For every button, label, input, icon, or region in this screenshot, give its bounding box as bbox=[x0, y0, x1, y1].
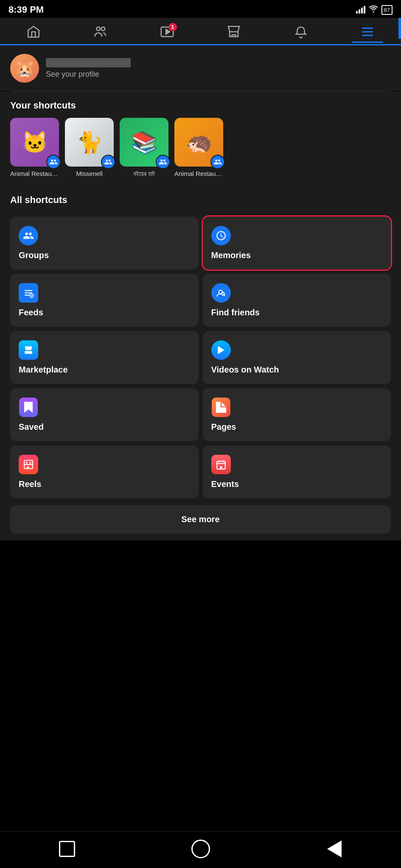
saved-icon bbox=[19, 398, 38, 417]
events-label: Events bbox=[211, 479, 383, 489]
profile-sub-label: See your profile bbox=[46, 70, 391, 79]
shortcut-badge-1 bbox=[46, 155, 61, 169]
shortcut-badge-2 bbox=[101, 155, 115, 169]
svg-point-1 bbox=[101, 27, 105, 31]
shortcuts-section: Your shortcuts 🐱 Animal Restaurant 🐈 bbox=[0, 92, 401, 186]
svg-marker-3 bbox=[166, 29, 170, 34]
shortcut-img-wrap-2: 🐈 bbox=[65, 118, 114, 167]
shortcut-img-wrap-3: 📚 bbox=[120, 118, 168, 167]
menu-item-reels[interactable]: Reels bbox=[10, 445, 199, 498]
saved-label: Saved bbox=[19, 422, 190, 432]
nav-notifications[interactable] bbox=[285, 22, 317, 42]
feeds-label: Feeds bbox=[19, 308, 190, 317]
scroll-indicator bbox=[398, 18, 401, 39]
shortcut-item-animal-restaurant-1[interactable]: 🐱 Animal Restaurant bbox=[10, 118, 59, 178]
shortcut-label-4: Animal Restaurant ... bbox=[174, 170, 223, 177]
groups-label: Groups bbox=[19, 250, 190, 260]
reels-label: Reels bbox=[19, 479, 190, 489]
menu-item-feeds[interactable]: Feeds bbox=[10, 274, 199, 327]
see-more-section: See more bbox=[0, 498, 401, 540]
menu-grid: Groups Memories Feeds bbox=[0, 217, 401, 498]
bottom-nav-home[interactable] bbox=[190, 838, 211, 860]
shortcut-img-wrap-4: 🦔 bbox=[174, 118, 223, 167]
nav-friends[interactable] bbox=[84, 22, 116, 42]
menu-item-groups[interactable]: Groups bbox=[10, 217, 199, 270]
svg-marker-11 bbox=[218, 346, 224, 354]
nav-menu[interactable] bbox=[352, 22, 383, 42]
wifi-icon bbox=[369, 5, 378, 15]
profile-section[interactable]: 🐹 See your profile bbox=[0, 45, 401, 91]
shortcut-badge-4 bbox=[210, 155, 225, 169]
shortcut-label-2: Missenell bbox=[76, 170, 103, 177]
svg-point-0 bbox=[97, 27, 101, 31]
groups-icon bbox=[19, 226, 38, 245]
nav-marketplace[interactable] bbox=[218, 22, 250, 42]
battery-icon: 87 bbox=[381, 5, 393, 15]
svg-point-9 bbox=[222, 292, 224, 295]
status-time: 8:39 PM bbox=[8, 4, 44, 15]
nav-bar: 1 bbox=[0, 18, 401, 45]
find-friends-icon bbox=[211, 283, 231, 303]
shortcuts-scroll: 🐱 Animal Restaurant 🐈 bbox=[10, 118, 391, 182]
see-more-button[interactable]: See more bbox=[10, 505, 391, 534]
shortcut-item-boier-hat[interactable]: 📚 বইয়ের হাট bbox=[120, 118, 168, 178]
bottom-nav-square[interactable] bbox=[56, 838, 78, 860]
menu-item-find-friends[interactable]: Find friends bbox=[203, 274, 391, 327]
pages-label: Pages bbox=[211, 422, 383, 432]
svg-rect-10 bbox=[25, 351, 32, 354]
square-icon bbox=[59, 841, 75, 857]
reels-icon bbox=[19, 455, 38, 474]
menu-item-pages[interactable]: Pages bbox=[203, 388, 391, 441]
status-icons: 87 bbox=[356, 5, 393, 15]
menu-item-saved[interactable]: Saved bbox=[10, 388, 199, 441]
marketplace-icon bbox=[19, 340, 38, 360]
menu-item-marketplace[interactable]: Marketplace bbox=[10, 331, 199, 384]
events-icon bbox=[211, 455, 231, 474]
svg-point-15 bbox=[26, 462, 28, 464]
marketplace-label: Marketplace bbox=[19, 365, 190, 375]
nav-watch[interactable]: 1 bbox=[151, 22, 183, 42]
shortcut-item-animal-restaurant-2[interactable]: 🦔 Animal Restaurant ... bbox=[174, 118, 223, 178]
profile-name-redacted bbox=[46, 58, 131, 67]
avatar: 🐹 bbox=[10, 54, 39, 83]
all-shortcuts-section: All shortcuts bbox=[0, 186, 401, 217]
signal-icon bbox=[356, 6, 365, 14]
shortcut-img-wrap-1: 🐱 bbox=[10, 118, 59, 167]
shortcuts-title: Your shortcuts bbox=[10, 100, 391, 111]
pages-icon bbox=[211, 398, 231, 417]
circle-icon bbox=[191, 840, 210, 858]
spacer bbox=[0, 540, 401, 579]
shortcut-label-1: Animal Restaurant bbox=[10, 170, 59, 177]
all-shortcuts-title: All shortcuts bbox=[10, 195, 391, 206]
memories-icon bbox=[211, 226, 231, 245]
menu-item-memories[interactable]: Memories bbox=[203, 217, 391, 270]
status-bar: 8:39 PM 87 bbox=[0, 0, 401, 18]
shortcut-badge-3 bbox=[156, 155, 170, 169]
watch-badge: 1 bbox=[168, 23, 177, 31]
videos-icon bbox=[211, 340, 231, 360]
find-friends-label: Find friends bbox=[211, 308, 383, 317]
shortcut-label-3: বইয়ের হাট bbox=[133, 170, 155, 178]
bottom-nav-back[interactable] bbox=[324, 838, 345, 860]
memories-label: Memories bbox=[211, 250, 383, 260]
videos-label: Videos on Watch bbox=[211, 365, 383, 375]
profile-info: See your profile bbox=[46, 58, 391, 79]
feeds-icon bbox=[19, 283, 38, 303]
svg-point-16 bbox=[29, 462, 31, 464]
bottom-nav bbox=[0, 831, 401, 868]
menu-item-events[interactable]: Events bbox=[203, 445, 391, 498]
menu-item-videos-on-watch[interactable]: Videos on Watch bbox=[203, 331, 391, 384]
back-icon bbox=[327, 840, 342, 857]
nav-home[interactable] bbox=[18, 22, 49, 42]
shortcut-item-missenell[interactable]: 🐈 Missenell bbox=[65, 118, 114, 178]
